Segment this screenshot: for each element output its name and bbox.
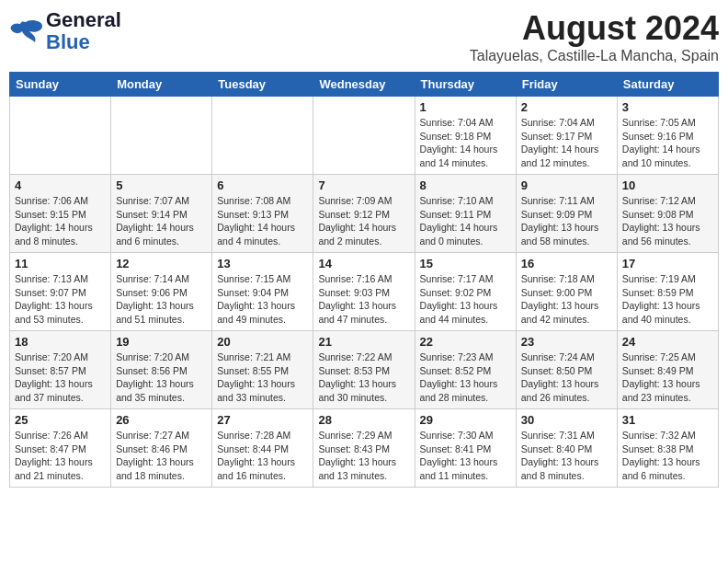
weekday-header-cell: Sunday: [10, 73, 111, 97]
calendar-day-cell: 10Sunrise: 7:12 AM Sunset: 9:08 PM Dayli…: [617, 175, 718, 253]
day-info: Sunrise: 7:30 AM Sunset: 8:41 PM Dayligh…: [420, 429, 511, 483]
weekday-header-cell: Monday: [111, 73, 212, 97]
day-info: Sunrise: 7:06 AM Sunset: 9:15 PM Dayligh…: [15, 194, 106, 248]
calendar-day-cell: 19Sunrise: 7:20 AM Sunset: 8:56 PM Dayli…: [111, 331, 212, 409]
day-number: 13: [217, 257, 308, 270]
day-info: Sunrise: 7:27 AM Sunset: 8:46 PM Dayligh…: [116, 429, 207, 483]
day-number: 17: [622, 257, 713, 270]
logo-bird-icon: [9, 18, 44, 44]
calendar-day-cell: 23Sunrise: 7:24 AM Sunset: 8:50 PM Dayli…: [516, 331, 617, 409]
day-number: 4: [15, 178, 106, 192]
calendar-week-row: 25Sunrise: 7:26 AM Sunset: 8:47 PM Dayli…: [10, 409, 719, 488]
calendar-day-cell: 20Sunrise: 7:21 AM Sunset: 8:55 PM Dayli…: [212, 331, 313, 409]
day-number: 1: [420, 100, 511, 114]
day-info: Sunrise: 7:07 AM Sunset: 9:14 PM Dayligh…: [116, 194, 207, 248]
day-info: Sunrise: 7:19 AM Sunset: 8:59 PM Dayligh…: [622, 272, 713, 327]
calendar-day-cell: 27Sunrise: 7:28 AM Sunset: 8:44 PM Dayli…: [212, 409, 313, 488]
day-number: 7: [318, 178, 409, 192]
day-info: Sunrise: 7:32 AM Sunset: 8:38 PM Dayligh…: [622, 429, 713, 483]
calendar-day-cell: 25Sunrise: 7:26 AM Sunset: 8:47 PM Dayli…: [10, 409, 111, 488]
calendar-day-cell: 7Sunrise: 7:09 AM Sunset: 9:12 PM Daylig…: [313, 175, 415, 253]
day-number: 25: [15, 413, 106, 427]
calendar-day-cell: 6Sunrise: 7:08 AM Sunset: 9:13 PM Daylig…: [212, 175, 313, 253]
day-info: Sunrise: 7:14 AM Sunset: 9:06 PM Dayligh…: [116, 272, 207, 327]
day-number: 11: [15, 257, 106, 270]
day-number: 30: [521, 413, 612, 427]
calendar-day-cell: 12Sunrise: 7:14 AM Sunset: 9:06 PM Dayli…: [111, 253, 212, 331]
calendar-week-row: 4Sunrise: 7:06 AM Sunset: 9:15 PM Daylig…: [10, 175, 719, 253]
calendar-day-cell: [313, 97, 415, 175]
day-number: 31: [622, 413, 713, 427]
weekday-header-cell: Wednesday: [313, 73, 415, 97]
calendar-day-cell: 24Sunrise: 7:25 AM Sunset: 8:49 PM Dayli…: [617, 331, 718, 409]
day-info: Sunrise: 7:26 AM Sunset: 8:47 PM Dayligh…: [15, 429, 106, 483]
day-number: 16: [521, 257, 612, 270]
calendar-week-row: 1Sunrise: 7:04 AM Sunset: 9:18 PM Daylig…: [10, 97, 719, 175]
calendar-day-cell: 13Sunrise: 7:15 AM Sunset: 9:04 PM Dayli…: [212, 253, 313, 331]
day-number: 12: [116, 257, 207, 270]
day-info: Sunrise: 7:28 AM Sunset: 8:44 PM Dayligh…: [217, 429, 308, 483]
day-info: Sunrise: 7:04 AM Sunset: 9:18 PM Dayligh…: [420, 116, 511, 170]
title-area: August 2024 Talayuelas, Castille-La Manc…: [470, 9, 719, 64]
day-info: Sunrise: 7:13 AM Sunset: 9:07 PM Dayligh…: [15, 272, 106, 327]
day-info: Sunrise: 7:11 AM Sunset: 9:09 PM Dayligh…: [521, 194, 612, 248]
day-info: Sunrise: 7:31 AM Sunset: 8:40 PM Dayligh…: [521, 429, 612, 483]
day-number: 8: [420, 178, 511, 192]
day-number: 21: [318, 335, 409, 349]
day-info: Sunrise: 7:15 AM Sunset: 9:04 PM Dayligh…: [217, 272, 308, 327]
day-number: 29: [420, 413, 511, 427]
day-info: Sunrise: 7:24 AM Sunset: 8:50 PM Dayligh…: [521, 350, 612, 405]
calendar-day-cell: 31Sunrise: 7:32 AM Sunset: 8:38 PM Dayli…: [617, 409, 718, 488]
day-number: 20: [217, 335, 308, 349]
day-info: Sunrise: 7:04 AM Sunset: 9:17 PM Dayligh…: [521, 116, 612, 170]
day-number: 18: [15, 335, 106, 349]
calendar-day-cell: [10, 97, 111, 175]
day-info: Sunrise: 7:23 AM Sunset: 8:52 PM Dayligh…: [420, 350, 511, 405]
calendar-day-cell: 15Sunrise: 7:17 AM Sunset: 9:02 PM Dayli…: [415, 253, 516, 331]
day-info: Sunrise: 7:12 AM Sunset: 9:08 PM Dayligh…: [622, 194, 713, 248]
day-number: 28: [318, 413, 409, 427]
day-info: Sunrise: 7:21 AM Sunset: 8:55 PM Dayligh…: [217, 350, 308, 405]
calendar-week-row: 18Sunrise: 7:20 AM Sunset: 8:57 PM Dayli…: [10, 331, 719, 409]
calendar-day-cell: 5Sunrise: 7:07 AM Sunset: 9:14 PM Daylig…: [111, 175, 212, 253]
day-info: Sunrise: 7:22 AM Sunset: 8:53 PM Dayligh…: [318, 350, 409, 405]
day-number: 10: [622, 178, 713, 192]
calendar-day-cell: 26Sunrise: 7:27 AM Sunset: 8:46 PM Dayli…: [111, 409, 212, 488]
day-number: 3: [622, 100, 713, 114]
day-info: Sunrise: 7:20 AM Sunset: 8:56 PM Dayligh…: [116, 350, 207, 405]
calendar-day-cell: [212, 97, 313, 175]
location-subtitle: Talayuelas, Castille-La Mancha, Spain: [470, 48, 719, 64]
weekday-header-cell: Saturday: [617, 73, 718, 97]
day-number: 24: [622, 335, 713, 349]
calendar-week-row: 11Sunrise: 7:13 AM Sunset: 9:07 PM Dayli…: [10, 253, 719, 331]
calendar-body: 1Sunrise: 7:04 AM Sunset: 9:18 PM Daylig…: [10, 97, 719, 488]
day-info: Sunrise: 7:18 AM Sunset: 9:00 PM Dayligh…: [521, 272, 612, 327]
day-number: 19: [116, 335, 207, 349]
calendar-day-cell: 14Sunrise: 7:16 AM Sunset: 9:03 PM Dayli…: [313, 253, 415, 331]
calendar-day-cell: 4Sunrise: 7:06 AM Sunset: 9:15 PM Daylig…: [10, 175, 111, 253]
calendar-day-cell: 22Sunrise: 7:23 AM Sunset: 8:52 PM Dayli…: [415, 331, 516, 409]
day-info: Sunrise: 7:16 AM Sunset: 9:03 PM Dayligh…: [318, 272, 409, 327]
calendar-day-cell: 18Sunrise: 7:20 AM Sunset: 8:57 PM Dayli…: [10, 331, 111, 409]
calendar-day-cell: 30Sunrise: 7:31 AM Sunset: 8:40 PM Dayli…: [516, 409, 617, 488]
calendar-day-cell: 16Sunrise: 7:18 AM Sunset: 9:00 PM Dayli…: [516, 253, 617, 331]
day-number: 15: [420, 257, 511, 270]
calendar-day-cell: 1Sunrise: 7:04 AM Sunset: 9:18 PM Daylig…: [415, 97, 516, 175]
calendar-day-cell: 11Sunrise: 7:13 AM Sunset: 9:07 PM Dayli…: [10, 253, 111, 331]
calendar-day-cell: 2Sunrise: 7:04 AM Sunset: 9:17 PM Daylig…: [516, 97, 617, 175]
logo: GeneralBlue: [9, 9, 121, 53]
calendar-day-cell: 8Sunrise: 7:10 AM Sunset: 9:11 PM Daylig…: [415, 175, 516, 253]
month-year-title: August 2024: [470, 9, 719, 48]
weekday-header-cell: Friday: [516, 73, 617, 97]
header: GeneralBlue August 2024 Talayuelas, Cast…: [9, 9, 719, 64]
calendar-day-cell: 3Sunrise: 7:05 AM Sunset: 9:16 PM Daylig…: [617, 97, 718, 175]
weekday-header-row: SundayMondayTuesdayWednesdayThursdayFrid…: [10, 73, 719, 97]
day-number: 22: [420, 335, 511, 349]
day-number: 23: [521, 335, 612, 349]
day-info: Sunrise: 7:29 AM Sunset: 8:43 PM Dayligh…: [318, 429, 409, 483]
calendar-table: SundayMondayTuesdayWednesdayThursdayFrid…: [9, 72, 719, 488]
calendar-day-cell: 28Sunrise: 7:29 AM Sunset: 8:43 PM Dayli…: [313, 409, 415, 488]
day-number: 6: [217, 178, 308, 192]
day-number: 9: [521, 178, 612, 192]
day-number: 27: [217, 413, 308, 427]
